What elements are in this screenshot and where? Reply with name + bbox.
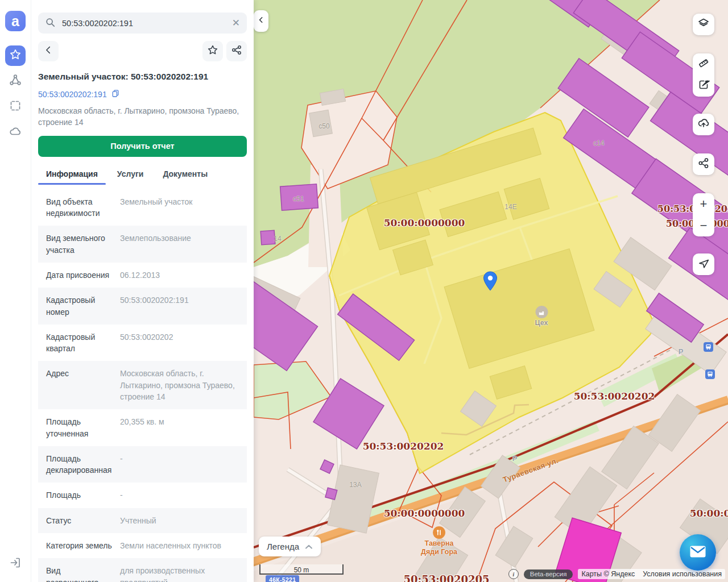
clear-search-icon[interactable]: ✕ — [232, 18, 240, 28]
chevron-up-icon — [305, 542, 313, 552]
collapse-panel-button[interactable] — [254, 10, 268, 32]
map-attribution: i Beta-версия Карты © Яндекс Условия исп… — [508, 569, 725, 579]
chevron-left-icon — [257, 16, 265, 26]
cadastral-quarter-label: 50:53:0020202 — [363, 440, 444, 452]
upload-button[interactable] — [693, 114, 714, 135]
chat-button[interactable] — [680, 534, 716, 571]
scale-bar: 50 m — [259, 564, 344, 575]
draw-button[interactable] — [693, 75, 714, 97]
share-button[interactable] — [226, 41, 247, 61]
sidebar-item-cloud[interactable] — [5, 122, 26, 143]
chevron-left-icon — [43, 45, 53, 57]
measure-button[interactable] — [693, 53, 714, 75]
edit-icon — [697, 78, 710, 93]
logout-icon — [9, 556, 22, 572]
zoom-in-button[interactable]: + — [693, 193, 714, 215]
table-row: Вид земельного участкаЗемлепользование — [38, 226, 247, 263]
cadastral-link-row: 50:53:0020202:191 — [38, 89, 247, 100]
layers-icon — [697, 17, 710, 32]
row-label: Вид разрешенного использования — [46, 565, 113, 582]
road-number-badge: 46К-5221 — [266, 575, 299, 582]
poi-workshop: Цех — [535, 306, 548, 327]
cloud-upload-icon — [697, 117, 710, 132]
locate-me-button[interactable] — [693, 253, 714, 275]
row-label: Площадь декларированная — [46, 453, 113, 476]
map-canvas[interactable]: 50:00:0000000 50:53:0020202 50:00:000000… — [254, 0, 728, 582]
beta-badge: Beta-версия — [524, 569, 573, 579]
row-value: для производственных предприятий — [120, 565, 239, 582]
row-value: - — [120, 489, 123, 501]
cadastral-quarter-label: 50:53:0020205 — [403, 573, 489, 582]
building-label: с51 — [293, 195, 304, 203]
poi-label-line1: Таверна — [425, 539, 454, 547]
maps-copyright: Карты © Яндекс — [581, 570, 635, 578]
copy-icon[interactable] — [111, 89, 120, 100]
row-label: Кадастровый квартал — [46, 331, 113, 355]
map-pin[interactable] — [483, 271, 498, 294]
share-map-button[interactable] — [693, 153, 714, 175]
row-label: Вид объекта недвижимости — [46, 196, 113, 219]
table-row: Кадастровый квартал50:53:0020202 — [38, 325, 247, 361]
tab-services[interactable]: Услуги — [109, 164, 152, 185]
row-label: Категория земель — [46, 540, 113, 551]
poi-tavern[interactable]: ТавернаДяди Гора — [421, 526, 457, 556]
get-report-button[interactable]: Получить отчет — [38, 136, 247, 157]
navigation-arrow-icon — [697, 257, 710, 272]
dashed-square-icon — [9, 99, 22, 115]
bus-stop-icon — [705, 369, 715, 379]
cadastral-number-link[interactable]: 50:53:0020202:191 — [38, 90, 107, 99]
tab-information[interactable]: Информация — [38, 164, 106, 185]
table-row: СтатусУчтенный — [38, 508, 247, 533]
row-label: Дата присвоения — [46, 269, 113, 281]
info-icon[interactable]: i — [508, 569, 519, 579]
legend-button[interactable]: Легенда — [259, 537, 321, 556]
parking-label: Р — [679, 347, 684, 356]
sidebar-item-graph[interactable] — [5, 71, 26, 92]
restaurant-icon — [433, 526, 445, 539]
row-value: 20,355 кв. м — [120, 416, 164, 439]
share-icon — [697, 157, 710, 172]
table-row: Вид объекта недвижимостиЗемельный участо… — [38, 189, 247, 226]
factory-icon — [535, 306, 548, 318]
row-value: Московская область, г. Лыткарино, промзо… — [120, 368, 239, 402]
sidebar-item-select-area[interactable] — [5, 97, 26, 117]
parking-label: Р — [512, 454, 518, 463]
zoom-out-button[interactable]: − — [693, 215, 714, 236]
table-row: Вид разрешенного использованиядля произв… — [38, 558, 247, 582]
row-label: Площадь уточненная — [46, 416, 113, 439]
terms-of-use-link[interactable]: Условия использования — [643, 570, 722, 578]
tab-documents[interactable]: Документы — [155, 164, 216, 185]
table-row: Дата присвоения06.12.2013 — [38, 263, 247, 288]
star-icon — [9, 48, 22, 63]
app-logo[interactable]: a — [5, 11, 26, 31]
row-value: Учтенный — [120, 515, 156, 526]
building-label: 14Е — [504, 203, 516, 211]
app-window: a ✕ — [0, 0, 728, 582]
table-row: АдресМосковская область, г. Лыткарино, п… — [38, 361, 247, 409]
bus-stop-icon — [704, 342, 713, 352]
row-label: Кадастровый номер — [46, 294, 113, 318]
table-row: Площадь уточненная20,355 кв. м — [38, 409, 247, 446]
poi-label-line2: Дяди Гора — [421, 548, 457, 556]
favorite-button[interactable] — [202, 41, 223, 61]
row-value: Землепользование — [120, 232, 191, 256]
back-button[interactable] — [38, 41, 59, 61]
sidebar-item-favorites[interactable] — [5, 45, 26, 66]
table-row: Площадь- — [38, 483, 247, 508]
table-row: Площадь декларированная- — [38, 446, 247, 483]
envelope-icon — [690, 546, 706, 560]
cadastral-quarter-label: 50:53:0020202 — [574, 390, 655, 402]
row-value: - — [120, 453, 123, 476]
row-label: Площадь — [46, 489, 113, 501]
object-panel: ✕ Земельный участок: 50:53:0020202:191 5… — [31, 0, 254, 582]
logout-button[interactable] — [5, 554, 26, 574]
search-input[interactable] — [61, 18, 226, 28]
cadastral-quarter-label: 50:00:0000000 — [384, 508, 465, 519]
cadastral-quarter-label: 50:00:0000000 — [690, 508, 728, 519]
star-icon — [207, 44, 218, 58]
layers-button[interactable] — [693, 14, 714, 35]
share-icon — [231, 44, 242, 58]
table-row: Категория земельЗемли населенных пунктов — [38, 533, 247, 558]
search-icon — [45, 17, 55, 30]
row-value: 50:53:0020202 — [120, 331, 173, 355]
